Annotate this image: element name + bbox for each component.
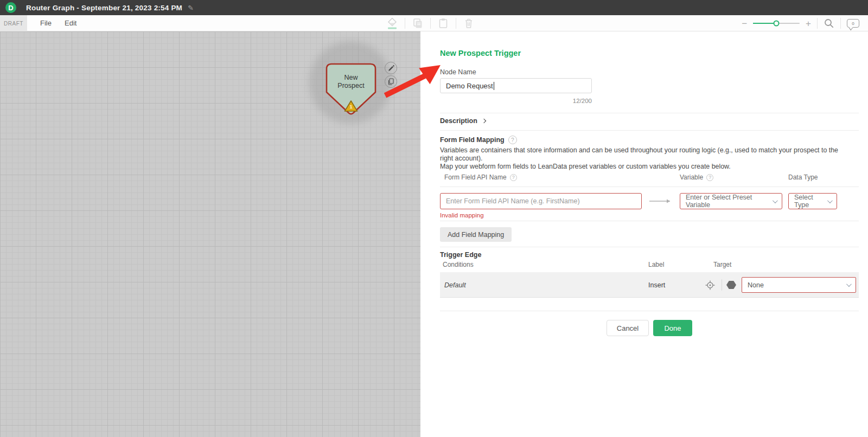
pencil-icon	[388, 65, 394, 72]
title-bar: D Router Graph - September 21, 2023 2:54…	[0, 0, 868, 15]
trigger-config-panel: New Prospect Trigger Node Name Demo Requ…	[420, 31, 868, 437]
node-name-input[interactable]: Demo Request	[440, 78, 592, 93]
node-label: New Prospect	[325, 74, 377, 90]
help-icon[interactable]: ?	[706, 174, 713, 181]
form-field-mapping-label: Form Field Mapping	[440, 136, 505, 144]
edge-label-value: Insert	[648, 272, 665, 298]
form-field-mapping-heading: Form Field Mapping ?	[440, 136, 517, 144]
comment-count: 0	[852, 21, 854, 26]
help-icon[interactable]: ?	[508, 136, 517, 144]
divider	[440, 113, 859, 113]
edit-node-button[interactable]	[385, 62, 397, 74]
chevron-down-icon	[827, 198, 833, 203]
node-name-label: Node Name	[440, 68, 476, 76]
toolbar: DRAFT File Edit	[0, 15, 868, 31]
data-type-select[interactable]: Select Type	[788, 193, 837, 209]
chevron-down-icon	[846, 281, 852, 287]
target-select[interactable]: None	[742, 277, 856, 293]
delete-icon[interactable]	[463, 17, 475, 29]
mapping-intro-line2: Map your webform form fields to LeanData…	[440, 163, 844, 171]
zoom-out-button[interactable]: −	[742, 19, 747, 28]
trigger-edge-heading: Trigger Edge	[440, 251, 481, 259]
deploy-icon[interactable]	[386, 17, 398, 30]
graph-canvas[interactable]: New Prospect 1	[0, 31, 420, 437]
description-toggle[interactable]: Description	[440, 117, 486, 125]
trigger-edge-row: Default Insert None	[440, 272, 859, 298]
toolbar-divider	[405, 18, 405, 29]
invalid-mapping-error: Invalid mapping	[440, 212, 484, 218]
toolbar-divider	[430, 18, 431, 29]
chevron-down-icon	[773, 198, 778, 203]
variable-header-label: Variable	[680, 173, 703, 181]
divider	[440, 221, 859, 221]
row-divider	[722, 279, 722, 291]
menu-file[interactable]: File	[40, 15, 52, 31]
toolbar-divider	[817, 18, 818, 29]
divider	[440, 311, 859, 311]
cancel-button[interactable]: Cancel	[607, 320, 649, 336]
document-title: Router Graph - September 21, 2023 2:54 P…	[26, 4, 182, 12]
panel-title: New Prospect Trigger	[440, 49, 521, 57]
divider	[440, 247, 859, 247]
toolbar-divider	[840, 18, 841, 29]
zoom-in-button[interactable]: +	[806, 19, 811, 28]
zoom-slider[interactable]	[753, 23, 800, 24]
edge-condition-value: Default	[444, 272, 466, 298]
column-header-data-type: Data Type	[788, 173, 818, 181]
mapping-arrow-icon	[648, 193, 674, 209]
char-counter: 12/200	[440, 98, 592, 104]
description-label: Description	[440, 117, 477, 125]
zoom-slider-knob[interactable]	[774, 21, 780, 27]
target-select-value: None	[748, 281, 764, 289]
search-icon[interactable]	[824, 18, 834, 29]
divider	[440, 130, 859, 131]
paste-icon[interactable]	[437, 17, 449, 29]
draft-status-badge: DRAFT	[0, 15, 27, 31]
chevron-right-icon	[482, 119, 486, 123]
column-header-variable: Variable ?	[680, 173, 713, 181]
divider	[440, 187, 859, 187]
column-header-target: Target	[713, 261, 731, 268]
api-name-header-label: Form Field API Name	[444, 173, 507, 181]
add-field-mapping-button[interactable]: Add Field Mapping	[440, 227, 512, 242]
node-name-value: Demo Request	[446, 82, 493, 90]
data-type-select-value: Select Type	[794, 194, 823, 209]
text-caret	[494, 82, 494, 90]
mapping-intro-line1: Variables are containers that store info…	[440, 146, 844, 163]
toolbar-divider	[456, 18, 456, 29]
variable-select-value: Enter or Select Preset Variable	[686, 194, 768, 209]
locate-edge-icon[interactable]	[705, 280, 716, 291]
menu-edit[interactable]: Edit	[65, 15, 76, 31]
variable-select[interactable]: Enter or Select Preset Variable	[680, 193, 782, 209]
help-icon[interactable]: ?	[510, 174, 517, 181]
leandata-logo-icon: D	[5, 2, 16, 13]
warning-count: 1	[344, 104, 358, 110]
column-header-label: Label	[648, 261, 664, 268]
data-type-header-label: Data Type	[788, 173, 818, 181]
done-button[interactable]: Done	[653, 320, 692, 336]
column-header-conditions: Conditions	[443, 261, 474, 268]
copy-icon[interactable]	[412, 17, 424, 29]
column-header-api-name: Form Field API Name ?	[444, 173, 517, 181]
rename-pencil-icon[interactable]: ✎	[188, 4, 194, 12]
duplicate-node-button[interactable]	[385, 75, 397, 88]
edge-shape-icon[interactable]	[726, 281, 736, 289]
form-field-api-name-input[interactable]	[440, 193, 642, 209]
comments-icon[interactable]: 0	[847, 19, 859, 28]
app-window: D Router Graph - September 21, 2023 2:54…	[0, 0, 868, 437]
duplicate-icon	[387, 78, 394, 85]
